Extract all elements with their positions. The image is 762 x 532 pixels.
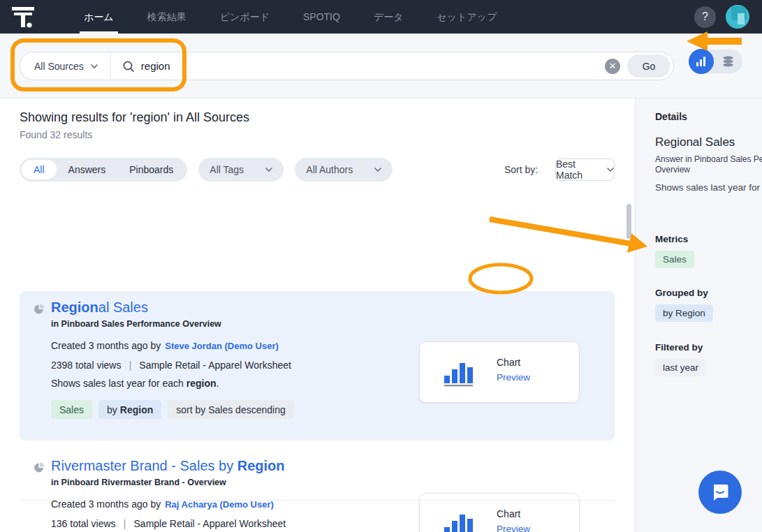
result-pinboard-subtitle: in Pinboard Sales Performance Overview (51, 319, 221, 329)
views-count: 2398 total views (51, 360, 121, 371)
details-section-filtered-by: Filtered bylast year (655, 342, 706, 376)
help-button[interactable]: ? (694, 6, 716, 28)
search-bar[interactable]: All Sources region ✕ Go (20, 52, 674, 80)
result-tag-row: SalesbyRegionsort by Sales descending (51, 400, 294, 419)
result-title-link[interactable]: Rivermaster Brand - Sales by Region (51, 458, 285, 474)
sort-dropdown[interactable]: Best Match (555, 158, 615, 181)
chart-preview-card[interactable]: ChartPreview (419, 493, 580, 532)
details-section-grouped-by: Grouped byby Region (655, 288, 713, 322)
all-tags-dropdown[interactable]: All Tags (198, 158, 284, 182)
details-section-tag: last year (655, 359, 706, 376)
nav-item-setup[interactable]: セットアップ (420, 0, 514, 34)
details-section-label: Grouped by (655, 288, 713, 298)
tab-pinboards[interactable]: Pinboards (117, 160, 185, 179)
chevron-down-icon (607, 166, 614, 173)
nav-item-search-results[interactable]: 検索結果 (131, 0, 203, 34)
answer-pie-icon (34, 462, 45, 476)
tab-answers[interactable]: Answers (57, 160, 118, 179)
thoughtspot-logo-icon[interactable] (11, 5, 35, 29)
result-title-link[interactable]: Regional Sales (51, 300, 148, 316)
details-section-metrics: MetricsSales (655, 234, 694, 268)
result-created-line: Created 3 months ago bySteve Jordan (Dem… (51, 340, 279, 351)
created-text: Created 3 months ago by (51, 340, 161, 351)
go-button[interactable]: Go (627, 54, 671, 77)
details-subtitle: Answer in Pinboard Sales PeOverview (655, 154, 762, 175)
user-avatar[interactable] (726, 5, 749, 29)
chart-thumbnail-icon (443, 510, 475, 532)
details-section-tag: Sales (655, 251, 694, 268)
filter-row: AllAnswersPinboards All Tags All Authors (20, 158, 393, 182)
result-tag: byRegion (98, 400, 161, 419)
source-selector-value: All Sources (34, 61, 84, 72)
details-panel: Details Regional Sales Answer in Pinboar… (635, 98, 762, 532)
results-main: Showing results for 'region' in All Sour… (0, 98, 635, 532)
bar-chart-icon (696, 56, 707, 67)
results-count: Found 32 results (20, 129, 92, 140)
chart-preview-card[interactable]: ChartPreview (419, 341, 580, 403)
views-count: 136 total views (51, 518, 116, 529)
chevron-down-icon (91, 63, 98, 70)
all-authors-value: All Authors (306, 164, 353, 175)
data-view-button[interactable] (714, 56, 742, 67)
vertical-scrollbar[interactable] (627, 204, 631, 239)
clear-search-button[interactable]: ✕ (605, 59, 620, 74)
details-subtitle-line: Overview (655, 165, 762, 175)
preview-type-label: Chart (497, 357, 520, 368)
views-separator: | (129, 359, 131, 371)
worksheet-source: Sample Retail - Apparel Worksheet (139, 360, 291, 371)
top-nav-bar: ホーム検索結果ピンボードSPOTIQデータセットアップ ? (0, 0, 762, 34)
result-views-line: 136 total views|Sample Retail - Apparel … (51, 517, 286, 529)
result-divider (20, 500, 615, 501)
database-icon (722, 56, 734, 67)
result-pinboard-subtitle: in Pinboard Rivermaster Brand - Overview (51, 478, 226, 487)
answer-pie-icon (34, 304, 45, 318)
author-link[interactable]: Steve Jordan (Demo User) (165, 341, 279, 351)
search-section: All Sources region ✕ Go (0, 34, 762, 98)
details-answer-title: Regional Sales (655, 135, 735, 149)
result-views-line: 2398 total views|Sample Retail - Apparel… (51, 359, 291, 371)
chart-view-button[interactable] (689, 49, 714, 74)
search-icon (122, 60, 135, 73)
chat-bubble-icon (710, 482, 731, 503)
nav-item-home[interactable]: ホーム (67, 0, 131, 34)
preview-type-label: Chart (497, 508, 520, 519)
tab-all[interactable]: All (22, 160, 57, 179)
views-separator: | (124, 517, 126, 529)
nav-menu: ホーム検索結果ピンボードSPOTIQデータセットアップ (67, 0, 514, 34)
details-description: Shows sales last year for (655, 182, 760, 193)
chat-support-button[interactable] (698, 471, 742, 514)
result-tag: Sales (51, 400, 92, 419)
chart-thumbnail-icon (443, 359, 475, 390)
author-link[interactable]: Raj Acharya (Demo User) (165, 499, 274, 510)
result-description: Shows sales last year for each region. (51, 378, 219, 389)
result-card[interactable]: Regional Salesin Pinboard Sales Performa… (20, 291, 615, 441)
chevron-down-icon (374, 166, 381, 173)
preview-link[interactable]: Preview (497, 372, 530, 383)
view-toggle (689, 50, 742, 73)
details-section-label: Metrics (655, 234, 694, 244)
details-header: Details (655, 111, 687, 122)
source-selector-dropdown[interactable]: All Sources (20, 52, 111, 80)
all-authors-dropdown[interactable]: All Authors (295, 158, 393, 182)
type-filter-tabs: AllAnswersPinboards (20, 158, 187, 182)
results-title: Showing results for 'region' in All Sour… (20, 110, 249, 125)
details-section-label: Filtered by (655, 342, 706, 353)
details-section-tag: by Region (655, 304, 713, 322)
all-tags-value: All Tags (210, 164, 244, 175)
preview-link[interactable]: Preview (497, 524, 530, 532)
sort-value: Best Match (556, 158, 601, 181)
nav-item-pinboards[interactable]: ピンボード (203, 0, 286, 34)
worksheet-source: Sample Retail - Apparel Worksheet (134, 518, 286, 529)
nav-item-data[interactable]: データ (357, 0, 420, 34)
result-card[interactable]: Rivermaster Brand - Sales by Regionin Pi… (20, 450, 615, 532)
nav-item-spotiq[interactable]: SPOTIQ (286, 0, 357, 34)
result-tag: sort by Sales descending (168, 400, 293, 419)
chevron-down-icon (265, 166, 272, 173)
sort-by-label: Sort by: (504, 164, 538, 175)
details-subtitle-line: Answer in Pinboard Sales Pe (655, 154, 762, 165)
search-input[interactable]: region (141, 60, 605, 72)
